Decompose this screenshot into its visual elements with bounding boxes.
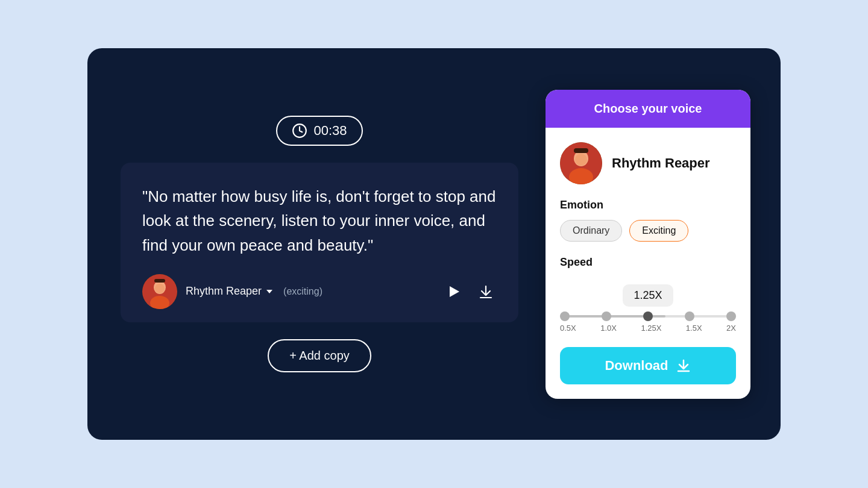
main-container: 00:38 "No matter how busy life is, don't… — [87, 48, 781, 440]
avatar-large — [560, 142, 602, 184]
svg-rect-12 — [574, 148, 588, 153]
voice-profile: Rhythm Reaper — [560, 142, 736, 184]
slider-track — [560, 315, 736, 318]
panel-body: Rhythm Reaper Emotion Ordinary Exciting … — [546, 128, 750, 399]
emotion-row: Ordinary Exciting — [560, 220, 736, 242]
speed-tick-2: 1.25X — [641, 324, 661, 333]
speed-value-badge: 1.25X — [623, 284, 673, 307]
download-icon-footer — [477, 283, 494, 300]
download-icon — [676, 358, 691, 374]
speed-tick-1: 1.0X — [600, 324, 617, 333]
play-icon — [445, 283, 462, 300]
slider-dots — [560, 311, 736, 321]
quote-card: "No matter how busy life is, don't forge… — [121, 163, 518, 322]
speed-section-label: Speed — [560, 256, 593, 269]
download-button-footer[interactable] — [475, 281, 497, 302]
speed-tick-4: 2X — [726, 324, 736, 333]
voice-name-footer: Rhythm Reaper — [186, 285, 274, 298]
svg-marker-6 — [266, 290, 272, 293]
svg-point-5 — [155, 284, 165, 293]
speed-ticks: 0.5X 1.0X 1.25X 1.5X 2X — [560, 324, 736, 333]
speed-tick-3: 1.5X — [686, 324, 702, 333]
slider-dot-1 — [560, 311, 570, 321]
left-panel: 00:38 "No matter how busy life is, don't… — [118, 116, 546, 372]
clock-icon — [292, 123, 307, 139]
add-copy-button[interactable]: + Add copy — [268, 339, 371, 372]
panel-header: Choose your voice — [546, 90, 750, 128]
play-button[interactable] — [442, 281, 464, 302]
avatar-image-large — [560, 142, 602, 184]
download-label: Download — [605, 358, 668, 374]
voice-panel: Choose your voice Rhythm Reaper Emotion … — [546, 90, 750, 399]
slider-dot-2 — [602, 311, 611, 321]
slider-dot-3 — [643, 311, 653, 321]
timer-badge: 00:38 — [276, 116, 362, 146]
avatar-small — [142, 274, 177, 309]
emotion-section-label: Emotion — [560, 199, 736, 211]
voice-emotion-tag: (exciting) — [283, 286, 322, 297]
quote-text: "No matter how busy life is, don't forge… — [142, 184, 497, 257]
slider-dot-5 — [726, 311, 736, 321]
dropdown-arrow-icon — [265, 287, 274, 296]
voice-profile-name: Rhythm Reaper — [612, 155, 710, 171]
svg-marker-7 — [450, 286, 459, 297]
speed-label-row: Speed — [560, 256, 736, 277]
speed-tick-0: 0.5X — [560, 324, 576, 333]
svg-rect-4 — [154, 279, 165, 283]
avatar-image — [142, 274, 177, 309]
emotion-ordinary[interactable]: Ordinary — [560, 220, 622, 242]
quote-footer: Rhythm Reaper (exciting) — [142, 274, 497, 309]
svg-point-13 — [575, 154, 587, 166]
speed-slider-container — [560, 315, 736, 318]
download-button[interactable]: Download — [560, 347, 736, 384]
footer-controls — [442, 281, 497, 302]
timer-display: 00:38 — [313, 123, 347, 139]
emotion-exciting[interactable]: Exciting — [629, 220, 688, 242]
slider-dot-4 — [685, 311, 694, 321]
